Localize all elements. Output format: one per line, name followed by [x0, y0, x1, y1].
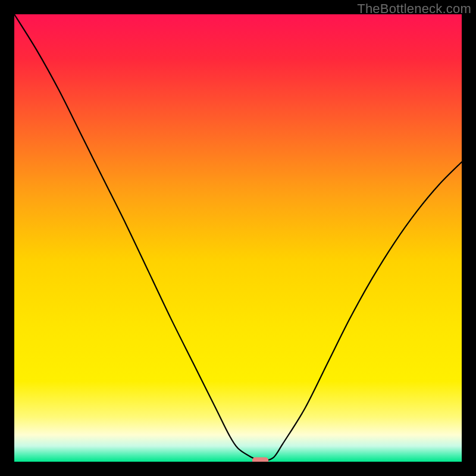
- spectral-background: [14, 14, 462, 462]
- optimal-point-marker: [252, 457, 268, 462]
- plot-area: [14, 14, 462, 462]
- chart-frame: TheBottleneck.com: [0, 0, 476, 476]
- watermark-text: TheBottleneck.com: [357, 1, 471, 17]
- chart-svg: [14, 14, 462, 462]
